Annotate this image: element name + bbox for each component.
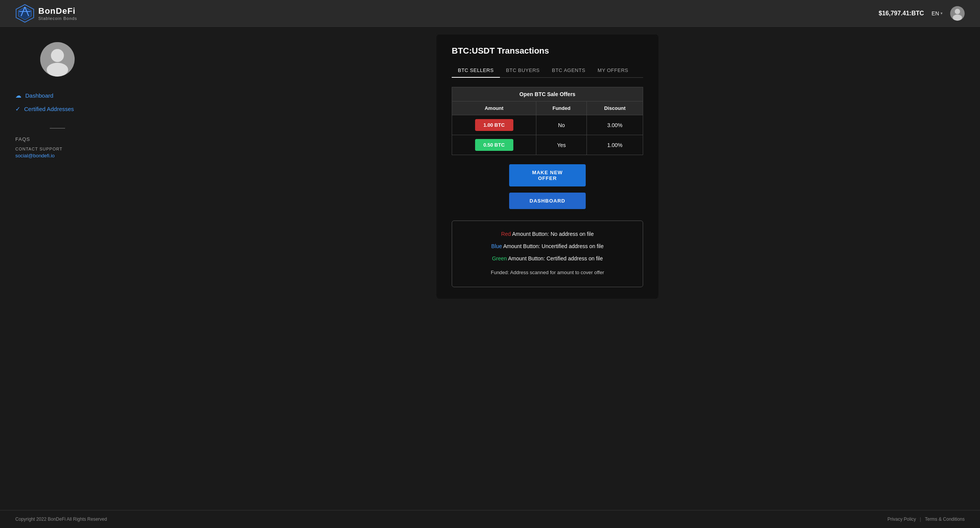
tab-btc-buyers[interactable]: BTC BUYERS	[500, 64, 546, 78]
sidebar-item-certified-addresses[interactable]: ✓ Certified Addresses	[15, 105, 100, 113]
footer-privacy-policy[interactable]: Privacy Policy	[887, 517, 916, 522]
footer-links: Privacy Policy | Terms & Conditions	[887, 517, 965, 522]
dashboard-button[interactable]: DASHBOARD	[509, 193, 586, 209]
legend-green-label: Green	[492, 255, 507, 262]
amount-cell-1[interactable]: 1.00 BTC	[452, 115, 536, 135]
funded-cell-2: Yes	[536, 135, 587, 155]
tabs: BTC SELLERS BTC BUYERS BTC AGENTS MY OFF…	[452, 64, 643, 78]
panel: BTC:USDT Transactions BTC SELLERS BTC BU…	[436, 34, 658, 299]
tab-btc-agents[interactable]: BTC AGENTS	[546, 64, 591, 78]
panel-title: BTC:USDT Transactions	[452, 46, 643, 56]
sidebar-dashboard-label: Dashboard	[25, 92, 53, 99]
contact-support-label: CONTACT SUPPORT	[15, 147, 62, 151]
cloud-icon: ☁	[15, 92, 21, 99]
contact-email[interactable]: social@bondefi.io	[15, 153, 55, 159]
amount-button-red[interactable]: 1.00 BTC	[475, 119, 513, 131]
sidebar-certified-label: Certified Addresses	[24, 106, 74, 112]
legend-blue-line: Blue Amount Button: Uncertified address …	[464, 241, 631, 252]
svg-point-9	[51, 49, 64, 62]
check-icon: ✓	[15, 105, 20, 113]
lang-label: EN	[932, 10, 939, 16]
legend-blue-text: Amount Button: Uncertified address on fi…	[502, 243, 603, 249]
logo-text: BonDeFi Stablecoin Bonds	[38, 6, 77, 21]
legend-green-line: Green Amount Button: Certified address o…	[464, 253, 631, 264]
lang-selector[interactable]: EN ▾	[932, 10, 942, 16]
footer-separator: |	[920, 517, 921, 522]
legend-green-text: Amount Button: Certified address on file	[507, 255, 603, 262]
btc-price: $16,797.41:BTC	[879, 10, 924, 17]
svg-marker-1	[18, 7, 31, 20]
make-new-offer-button[interactable]: MAKE NEW OFFER	[509, 164, 586, 186]
svg-point-6	[955, 9, 960, 14]
logo-subtitle: Stablecoin Bonds	[38, 16, 77, 21]
col-amount: Amount	[452, 101, 536, 115]
footer-terms[interactable]: Terms & Conditions	[925, 517, 965, 522]
logo-area[interactable]: BonDeFi Stablecoin Bonds	[15, 4, 77, 23]
main-layout: ☁ Dashboard ✓ Certified Addresses FAQS C…	[0, 27, 980, 510]
btc-table: Open BTC Sale Offers Amount Funded Disco…	[452, 87, 643, 155]
logo-title: BonDeFi	[38, 6, 77, 16]
legend-red-text: Amount Button: No address on file	[511, 231, 594, 237]
col-funded: Funded	[536, 101, 587, 115]
user-avatar[interactable]	[950, 6, 965, 21]
discount-cell-1: 3.00%	[587, 115, 643, 135]
sidebar-item-dashboard[interactable]: ☁ Dashboard	[15, 92, 100, 99]
legend-blue-label: Blue	[491, 243, 502, 249]
faqs-link[interactable]: FAQS	[15, 136, 30, 142]
table-container: Open BTC Sale Offers Amount Funded Disco…	[452, 87, 643, 155]
svg-point-10	[47, 63, 68, 77]
lang-arrow-icon: ▾	[941, 11, 942, 15]
logo-icon	[15, 4, 34, 23]
footer-copyright: Copyright 2022 BonDeFi All Rights Reserv…	[15, 517, 107, 522]
content-area: BTC:USDT Transactions BTC SELLERS BTC BU…	[115, 27, 980, 510]
sidebar: ☁ Dashboard ✓ Certified Addresses FAQS C…	[0, 27, 115, 510]
footer: Copyright 2022 BonDeFi All Rights Reserv…	[0, 510, 980, 528]
legend-red-label: Red	[501, 231, 511, 237]
legend-box: Red Amount Button: No address on file Bl…	[452, 221, 643, 287]
amount-button-green[interactable]: 0.50 BTC	[475, 139, 513, 151]
svg-point-7	[953, 15, 962, 21]
action-buttons: MAKE NEW OFFER DASHBOARD	[452, 164, 643, 209]
table-row: 0.50 BTC Yes 1.00%	[452, 135, 643, 155]
col-discount: Discount	[587, 101, 643, 115]
amount-cell-2[interactable]: 0.50 BTC	[452, 135, 536, 155]
header: BonDeFi Stablecoin Bonds $16,797.41:BTC …	[0, 0, 980, 27]
legend-funded-note: Funded: Address scanned for amount to co…	[464, 268, 631, 278]
legend-red-line: Red Amount Button: No address on file	[464, 229, 631, 239]
header-right: $16,797.41:BTC EN ▾	[879, 6, 965, 21]
table-title: Open BTC Sale Offers	[452, 87, 643, 101]
funded-cell-1: No	[536, 115, 587, 135]
profile-avatar	[40, 42, 75, 77]
tab-my-offers[interactable]: MY OFFERS	[591, 64, 634, 78]
table-row: 1.00 BTC No 3.00%	[452, 115, 643, 135]
nav-divider	[50, 128, 65, 129]
nav-items: ☁ Dashboard ✓ Certified Addresses	[15, 92, 100, 113]
tab-btc-sellers[interactable]: BTC SELLERS	[452, 64, 500, 78]
discount-cell-2: 1.00%	[587, 135, 643, 155]
